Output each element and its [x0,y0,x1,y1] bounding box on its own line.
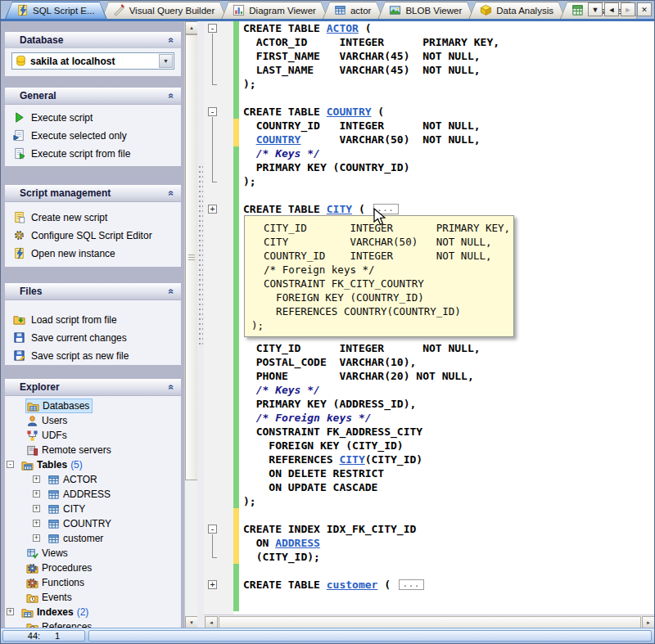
collapse-chevron-icon[interactable]: « [166,191,178,196]
table-icon [47,489,60,501]
fold-range-end-tick [212,182,217,182]
object-link[interactable]: COUNTRY [256,133,301,146]
fold-toggle-collapse[interactable]: - [208,107,217,116]
action-save-current-changes[interactable]: Save current changes [5,329,181,347]
scroll-tabs-right-button[interactable]: ► [621,2,635,16]
sidebar-editor-splitter[interactable] [197,21,204,629]
tree-item-users[interactable]: Users [5,413,181,428]
object-link[interactable]: COUNTRY [327,106,372,118]
action-create-new-script[interactable]: Create new script [5,209,181,227]
sql-code-editor[interactable]: --+-+ CREATE TABLE ACTOR ( ACTOR_ID INTE… [204,21,655,615]
tab-actor[interactable]: actor [323,2,384,19]
action-execute-selected-only[interactable]: Execute selected only [5,127,181,145]
tab-sql-script-e[interactable]: SQL Script E... [5,2,107,19]
tab-visual-query-builder[interactable]: Visual Query Builder [102,2,228,19]
code-line: /* Foreign keys */ [243,411,655,425]
data-analysis-icon [480,4,493,17]
sql-code: ); [243,78,256,90]
tab-list-button[interactable]: ▼ [588,2,603,16]
tree-expander-minus[interactable]: - [7,461,14,468]
tree-item-label: Indexes [37,606,74,618]
collapsed-fold-ellipsis[interactable]: ... [399,579,424,590]
database-combo[interactable]: sakila at localhost ▼ [11,52,174,70]
action-configure-sql-script-editor[interactable]: Configure SQL Script Editor [5,227,181,245]
tree-expander-plus[interactable]: + [7,608,14,615]
down-arrow-icon: ▼ [592,6,599,14]
tree-item-address[interactable]: +ADDRESS [5,487,181,502]
object-link[interactable]: ACTOR [327,22,359,34]
scroll-tabs-left-button[interactable]: ◄ [604,2,619,16]
tree-expander-plus[interactable]: + [33,505,40,512]
action-label: Load script from file [31,314,117,326]
tree-item-country[interactable]: +COUNTRY [5,516,181,531]
object-link[interactable]: ADDRESS [275,537,320,549]
tree-expander-plus[interactable]: + [33,534,40,542]
tree-item-databases[interactable]: Databases [5,399,181,413]
sql-code: CREATE TABLE [243,22,327,34]
object-link[interactable]: CITY [339,453,364,466]
tree-item-views[interactable]: Views [5,546,181,561]
save-as-icon [13,349,26,363]
scrollbar-thumb[interactable] [185,34,198,480]
scrollbar-up-arrow[interactable]: ▲ [185,21,198,34]
action-open-new-instance[interactable]: Open new instance [5,245,181,263]
table-grid-icon [334,4,347,17]
tree-item-actor[interactable]: +ACTOR [5,472,181,487]
tree-expander-plus[interactable]: + [33,490,40,498]
object-link[interactable]: customer [327,579,378,591]
tree-item-remote-servers[interactable]: Remote servers [5,443,181,457]
tree-expander-plus[interactable]: + [33,520,40,527]
action-execute-script-from-file[interactable]: Execute script from file [5,145,181,163]
action-execute-script[interactable]: Execute script [5,109,181,127]
files-section-header[interactable]: Files « [5,283,181,299]
action-label: Save script as new file [31,350,129,362]
code-line [243,91,655,105]
sql-code: CREATE TABLE [243,579,327,591]
script-management-section-header[interactable]: Script management « [5,185,181,201]
collapse-chevron-icon[interactable]: « [166,38,178,43]
tab-label: SQL Script E... [33,6,95,16]
tree-item-tables[interactable]: -Tables(5) [5,457,181,472]
fold-toggle-expand[interactable]: + [208,580,217,589]
sql-code: PRIMARY KEY (COUNTRY_ID) [243,161,410,173]
tree-item-indexes[interactable]: +Indexes(2) [5,605,181,619]
tree-item-procedures[interactable]: Procedures [5,561,181,575]
database-section-header[interactable]: Database « [5,32,181,48]
tree-item-customer[interactable]: +customer [5,531,181,546]
collapse-chevron-icon[interactable]: « [166,289,178,295]
combo-dropdown-button[interactable]: ▼ [159,54,173,68]
tree-expander-plus[interactable]: + [33,475,40,483]
general-section-header[interactable]: General « [5,88,181,104]
action-label: Execute script from file [31,148,130,160]
tree-item-udfs[interactable]: UDFs [5,428,181,443]
sql-code: FIRST_NAME VARCHAR(45) NOT NULL, [243,50,481,62]
tooltip-code-text: CITY_ID INTEGER PRIMARY KEY, CITY VARCHA… [251,221,513,332]
explorer-section-header[interactable]: Explorer « [5,379,181,395]
table-icon [47,503,60,516]
tab-blob-viewer[interactable]: BLOB Viewer [377,2,474,19]
fold-toggle-expand[interactable]: + [208,205,217,214]
sql-code: PRIMARY KEY (ADDRESS_ID), [243,398,416,410]
action-save-script-as-new-file[interactable]: Save script as new file [5,347,181,365]
code-line: ACTOR_ID INTEGER PRIMARY KEY, [243,35,655,49]
fold-toggle-collapse[interactable]: - [208,24,217,33]
tree-item-events[interactable]: Events [5,590,181,605]
tree-item-functions[interactable]: Functions [5,575,181,590]
collapse-chevron-icon[interactable]: « [166,93,178,99]
object-link[interactable]: CITY [327,203,352,215]
code-line [243,188,655,202]
tree-item-city[interactable]: +CITY [5,502,181,516]
splitter-grip-dots [198,164,203,345]
action-load-script-from-file[interactable]: Load script from file [5,311,181,329]
files-panel: Load script from fileSave current change… [5,300,181,365]
tab-label: Data Analysis [496,6,553,16]
sidebar-scrollbar[interactable]: ▲ ▼ [184,21,197,629]
tab-data-analysis[interactable]: Data Analysis [468,2,566,19]
close-tab-button[interactable]: ✕ [637,2,652,16]
events-icon [26,592,38,604]
fold-toggle-collapse[interactable]: - [208,525,217,534]
collapse-chevron-icon[interactable]: « [166,385,178,390]
code-line: ); [243,77,655,91]
status-message-panel [88,630,652,642]
tab-diagram-viewer[interactable]: Diagram Viewer [221,2,328,19]
